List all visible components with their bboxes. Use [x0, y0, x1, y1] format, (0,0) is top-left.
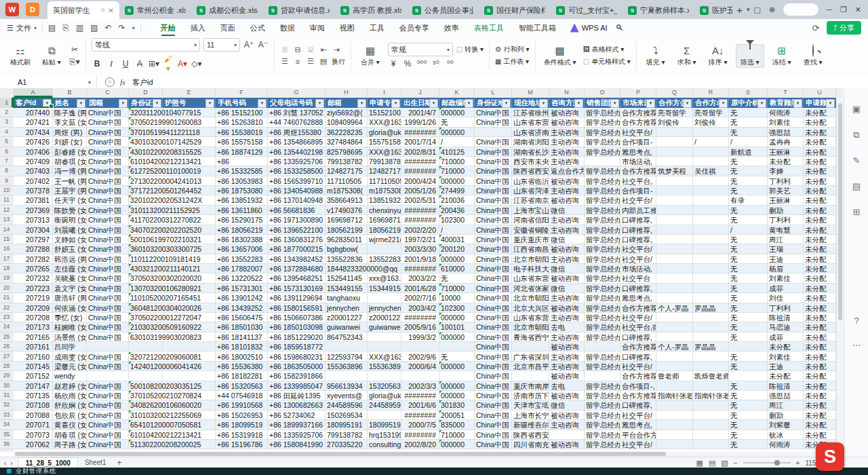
grid-cell[interactable]: 无: [729, 430, 768, 440]
grid-cell[interactable]: [693, 352, 729, 362]
grid-cell[interactable]: China中国: [475, 195, 512, 205]
filter-dropdown-icon[interactable]: ▼: [826, 99, 835, 108]
grid-cell[interactable]: 无: [729, 391, 768, 400]
filter-dropdown-icon[interactable]: ▼: [757, 99, 766, 108]
grid-cell[interactable]: 000000: [439, 254, 475, 264]
row-header[interactable]: 20: [0, 284, 13, 293]
grid-cell[interactable]: 271302200004241013: [129, 176, 163, 186]
grid-cell[interactable]: China中国: [475, 206, 512, 215]
grid-cell[interactable]: 被动咨询: [549, 342, 585, 352]
row-header[interactable]: 32: [0, 400, 13, 410]
grid-cell[interactable]: 未分配: [768, 157, 804, 166]
grid-cell[interactable]: 108409964: [326, 117, 368, 127]
grid-cell[interactable]: 610104200212213421: [129, 430, 163, 440]
grid-cell[interactable]: +86 18099519: [216, 420, 268, 430]
menu-item-数据[interactable]: 数据: [273, 19, 302, 37]
grid-cell[interactable]: 未分配: [804, 206, 836, 215]
grid-cell[interactable]: China中国: [475, 284, 512, 293]
grid-cell[interactable]: 无: [729, 157, 768, 166]
grid-cell[interactable]: hrq153199: [368, 430, 401, 440]
grid-cell[interactable]: 平台合作方: [620, 430, 656, 440]
grid-cell[interactable]: China中国: [87, 235, 129, 244]
grid-cell[interactable]: +86 1565399710: [268, 176, 326, 186]
grid-cell[interactable]: +86 13552283: [216, 254, 268, 264]
grid-cell[interactable]: 留学总经办: [585, 166, 620, 176]
grid-cell[interactable]: 207313: [14, 215, 53, 225]
grid-cell[interactable]: gloria@uk: [368, 391, 401, 400]
grid-cell[interactable]: 留学总经办: [585, 117, 620, 127]
grid-cell[interactable]: 122593794: [326, 352, 368, 362]
grid-cell[interactable]: jennychen: [326, 303, 368, 313]
grid-cell[interactable]: 180995191: [368, 420, 401, 430]
grid-cell[interactable]: 962835011: [326, 235, 368, 244]
grid-cell[interactable]: 吕同学: [53, 342, 87, 352]
grid-cell[interactable]: China中国: [475, 186, 512, 195]
grid-cell[interactable]: +86 1339985047: [268, 381, 326, 391]
grid-cell[interactable]: 207288: [14, 244, 53, 254]
grid-cell[interactable]: [656, 264, 693, 273]
row-header[interactable]: 36: [0, 440, 13, 449]
grid-cell[interactable]: v17490376: [326, 206, 368, 215]
grid-cell[interactable]: 被动咨询: [549, 176, 585, 186]
grid-cell[interactable]: 207297: [14, 235, 53, 244]
close-button[interactable]: ✕: [855, 5, 861, 14]
grid-cell[interactable]: 207209: [14, 303, 53, 313]
grid-cell[interactable]: China中国: [475, 430, 512, 440]
preview-icon[interactable]: ▧: [90, 23, 98, 33]
field-header-O[interactable]: 销售团队▼: [585, 98, 620, 108]
increase-font-button[interactable]: A⁺: [243, 40, 254, 50]
grid-cell[interactable]: 244589596: [326, 400, 368, 410]
grid-cell[interactable]: 郭美艺: [768, 186, 804, 195]
grid-cell[interactable]: 江西省南昌: [512, 244, 549, 254]
grid-cell[interactable]: 610104200212213421: [129, 157, 163, 166]
grid-cell[interactable]: 117110505: [326, 176, 368, 186]
grid-cell[interactable]: 未分配: [804, 430, 836, 440]
grid-cell[interactable]: 210303200509160922: [129, 322, 163, 332]
panel-layout-icon[interactable]: ▤: [844, 178, 868, 195]
grid-cell[interactable]: 合作方推荐: [620, 391, 656, 400]
grid-cell[interactable]: 主动咨询: [549, 293, 585, 303]
grid-cell[interactable]: [693, 264, 729, 273]
grid-cell[interactable]: 110105200207165451: [129, 293, 163, 303]
grid-cell[interactable]: 个人-罗晶: [656, 342, 693, 352]
grid-cell[interactable]: +86 1506607386: [268, 313, 326, 322]
grid-cell[interactable]: +86 1582391866: [268, 371, 326, 381]
grid-cell[interactable]: 留学总经办: [585, 362, 620, 371]
grid-cell[interactable]: [693, 157, 729, 166]
field-header-R[interactable]: 合作方名▼: [693, 98, 729, 108]
grid-cell[interactable]: China中国: [87, 225, 129, 235]
sync-screen-icon[interactable]: ⌗: [101, 6, 105, 14]
name-box[interactable]: A1▾: [0, 76, 97, 88]
column-header-F[interactable]: F: [216, 88, 268, 97]
panel-more-icon[interactable]: ⋯: [844, 337, 868, 354]
grid-cell[interactable]: +86 15731301: [216, 284, 268, 293]
grid-cell[interactable]: +86 1851229020: [268, 332, 326, 342]
sort-button[interactable]: A↓ 排序 ▾: [705, 45, 732, 67]
grid-cell[interactable]: 未分配: [768, 371, 804, 381]
row-header[interactable]: 33: [0, 411, 13, 420]
grid-cell[interactable]: 黄嘉仪 (女: [53, 420, 87, 430]
row-header[interactable]: 29: [0, 371, 13, 381]
grid-cell[interactable]: 2002/8/20: [401, 440, 439, 449]
row-header[interactable]: 15: [0, 235, 13, 244]
grid-cell[interactable]: +86 田延岭1395: [268, 391, 326, 400]
grid-cell[interactable]: 未分配: [804, 273, 836, 283]
grid-cell[interactable]: China中国: [87, 411, 129, 420]
grid-cell[interactable]: 未分配: [804, 264, 836, 273]
save-icon[interactable]: ▤: [48, 23, 56, 33]
grid-cell[interactable]: 舒妍玉 (女: [53, 244, 87, 254]
grid-cell[interactable]: 亮哥留学: [656, 108, 693, 117]
grid-cell[interactable]: ziyi5692@(: [326, 108, 368, 117]
grid-cell[interactable]: 无: [439, 273, 475, 283]
grid-cell[interactable]: 合作方推荐: [620, 108, 656, 117]
grid-cell[interactable]: z20001227: [368, 313, 401, 322]
grid-cell[interactable]: 社交平台/: [620, 254, 656, 264]
grid-cell[interactable]: 207152: [14, 371, 53, 381]
grid-cell[interactable]: +86 1850103098: [268, 322, 326, 332]
grid-cell[interactable]: 留学总经办: [585, 322, 620, 332]
grid-cell[interactable]: +86 1877000215: [268, 244, 326, 254]
sheet-tab-Sheet1[interactable]: Sheet1: [78, 457, 113, 468]
grid-cell[interactable]: 2002/3/3: [401, 381, 439, 391]
field-header-F[interactable]: 手机号码▼: [216, 98, 268, 108]
grid-cell[interactable]: 710000: [439, 166, 475, 176]
